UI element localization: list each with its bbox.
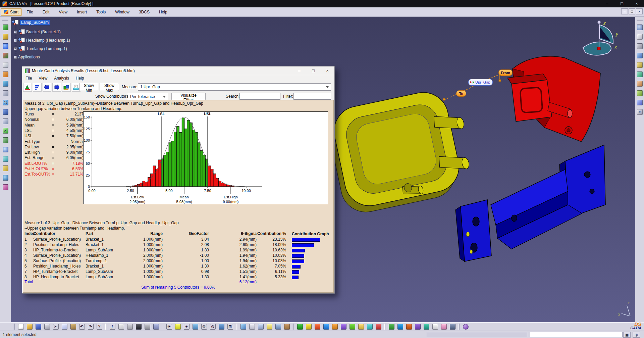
depth-effect-icon[interactable] xyxy=(274,323,282,331)
gear-tools-icon[interactable] xyxy=(636,42,644,50)
equation-icon[interactable] xyxy=(152,323,160,331)
fast-search-icon[interactable]: ◎ xyxy=(1,98,9,106)
validate-check-icon[interactable]: ✓ xyxy=(1,127,9,135)
cut-icon[interactable]: ✂ xyxy=(52,323,60,331)
pan-icon[interactable]: + xyxy=(182,323,191,331)
select-dots-icon[interactable] xyxy=(636,23,644,31)
existing-component-icon[interactable] xyxy=(1,70,9,78)
from-annotation[interactable]: From xyxy=(498,69,513,76)
camera-view-icon[interactable] xyxy=(1,155,9,163)
status-search-icon[interactable]: ◎ xyxy=(633,332,640,338)
maximize-button[interactable]: □ xyxy=(614,0,629,7)
upr-gap-measure-annotation[interactable]: Upr_Gap xyxy=(468,79,493,86)
magnifier-icon[interactable] xyxy=(1,117,9,125)
tree-item-label[interactable]: Applications xyxy=(18,55,40,59)
catalog-icon[interactable] xyxy=(414,323,422,331)
zoom-in-icon[interactable]: ⊕ xyxy=(200,323,208,331)
histogram-chart[interactable]: 02550751001251500.002.505.007.5010.00LSL… xyxy=(83,111,328,204)
grid-icon[interactable] xyxy=(387,323,395,331)
menu-item-tools[interactable]: Tools xyxy=(92,8,110,16)
calculator-icon[interactable] xyxy=(135,323,143,331)
annotations-icon[interactable] xyxy=(431,323,439,331)
sphere-tool-icon[interactable] xyxy=(1,145,9,153)
menu-item-insert[interactable]: Insert xyxy=(72,8,92,16)
table-row[interactable]: 6Position_Headlamp_HolesBracket_11.000(m… xyxy=(24,264,332,269)
new-document-icon[interactable] xyxy=(17,323,25,331)
mechanism-icon[interactable] xyxy=(1,136,9,144)
histogram-view-icon[interactable] xyxy=(23,83,32,92)
swap-visible-icon[interactable] xyxy=(448,323,457,331)
rotate-icon[interactable] xyxy=(191,323,199,331)
tree-root-label[interactable]: Lamp_SubAsm xyxy=(20,20,50,25)
ruler-icon[interactable] xyxy=(636,61,644,69)
tree-item-row[interactable]: +Bracket (Bracket.1) xyxy=(14,29,61,35)
menu-item-edit[interactable]: Edit xyxy=(38,8,54,16)
dcs-export-icon[interactable] xyxy=(374,323,382,331)
measure-between-icon[interactable] xyxy=(422,323,430,331)
menu-item-start[interactable]: Start xyxy=(1,8,22,16)
dcs-report-icon[interactable] xyxy=(357,323,365,331)
component-tree-icon[interactable] xyxy=(1,51,9,59)
measure-item-icon[interactable] xyxy=(1,164,9,172)
graph-list-icon[interactable] xyxy=(1,89,9,97)
powercopy-ball-icon[interactable] xyxy=(462,323,470,331)
dialog-menu-analysis[interactable]: Analysis xyxy=(51,75,72,82)
previous-measure-icon[interactable] xyxy=(43,83,51,92)
plane-surface-icon[interactable] xyxy=(636,51,644,59)
redo-icon[interactable]: ↷ xyxy=(87,323,95,331)
tree-expander-icon[interactable]: - xyxy=(14,56,17,59)
tree-expander-icon[interactable]: + xyxy=(14,39,17,42)
menu-item-3dcs[interactable]: 3DCS xyxy=(134,8,154,16)
table-row[interactable]: 5Surface_Profile_(Location)Turnlamp_12.0… xyxy=(24,258,332,264)
axis-systems-icon[interactable] xyxy=(396,323,404,331)
part-headlamp[interactable] xyxy=(324,85,478,216)
part-turnlamp[interactable] xyxy=(507,56,600,142)
fit-all-icon[interactable] xyxy=(174,323,182,331)
mdi-minimize-button[interactable]: – xyxy=(621,8,628,14)
dialog-minimize-button[interactable]: – xyxy=(292,66,306,75)
tree-item-row[interactable]: -Applications xyxy=(14,54,40,60)
mdi-restore-button[interactable]: □ xyxy=(629,8,635,14)
lock-icon[interactable] xyxy=(143,323,151,331)
show-min-button[interactable]: Show Min xyxy=(79,83,98,91)
product-structure-icon[interactable] xyxy=(1,23,9,31)
undo-icon[interactable]: ↶ xyxy=(78,323,86,331)
cursor-arrow-icon[interactable] xyxy=(636,33,644,41)
hidden-line-icon[interactable] xyxy=(257,323,265,331)
table-row[interactable]: 3HP_Turnlamp-to-BracketLamp_SubAsm1.000(… xyxy=(24,248,332,253)
multi-chart-icon[interactable] xyxy=(62,83,71,92)
replace-component-icon[interactable] xyxy=(1,80,9,88)
comment-icon[interactable] xyxy=(117,323,125,331)
dialog-toggle-icon[interactable]: ▣ xyxy=(623,332,631,338)
shaded-view-icon[interactable] xyxy=(239,323,247,331)
new-component-icon[interactable] xyxy=(1,61,9,69)
tree-item-label[interactable]: Turnlamp (Turnlamp.1) xyxy=(26,46,67,51)
constraint-icon[interactable] xyxy=(636,89,644,97)
open-folder-icon[interactable] xyxy=(25,323,34,331)
mdi-close-button[interactable]: × xyxy=(636,8,643,14)
table-row[interactable]: 4Surface_Profile_(Location)Headlamp_12.0… xyxy=(24,253,332,258)
tree-item-row[interactable]: +Headlamp (Headlamp.1) xyxy=(14,37,70,43)
to-annotation[interactable]: To xyxy=(456,90,466,97)
visualize-effect-button[interactable]: Visualize Effect xyxy=(171,93,206,100)
tree-expander-icon[interactable]: + xyxy=(14,31,17,34)
menu-item-help[interactable]: Help xyxy=(154,8,172,16)
dcs-simulation-icon[interactable] xyxy=(305,323,313,331)
axis-system-icon[interactable] xyxy=(636,70,644,78)
dcs-analysis-icon[interactable] xyxy=(296,323,304,331)
tree-item-row[interactable]: +Turnlamp (Turnlamp.1) xyxy=(14,46,67,52)
formula-icon[interactable]: ƒ xyxy=(108,323,116,331)
graph-tree-reorder-icon[interactable] xyxy=(1,33,9,41)
table-row[interactable]: 7HP_Turnlamp-to-BracketLamp_SubAsm1.000(… xyxy=(24,269,332,275)
table-row[interactable]: 8HP_Headlamp-to-BracketLamp_SubAsm1.000(… xyxy=(24,275,332,280)
measure-dropdown[interactable]: 1 Upr_Gap xyxy=(138,83,331,91)
table-row[interactable]: 2Position_Turnlamp_HolesBracket_11.000(m… xyxy=(24,242,332,248)
tree-item-label[interactable]: Bracket (Bracket.1) xyxy=(26,30,61,34)
show-max-button[interactable]: Show Max xyxy=(100,83,119,91)
globe-icon[interactable] xyxy=(1,174,9,182)
minimize-button[interactable]: – xyxy=(600,0,614,7)
copy-icon[interactable] xyxy=(60,323,68,331)
table-row[interactable]: 1Surface_Profile_(Location)Bracket_11.00… xyxy=(24,237,332,242)
paint-properties-icon[interactable] xyxy=(1,183,9,191)
dcs-contributor-icon[interactable] xyxy=(313,323,321,331)
